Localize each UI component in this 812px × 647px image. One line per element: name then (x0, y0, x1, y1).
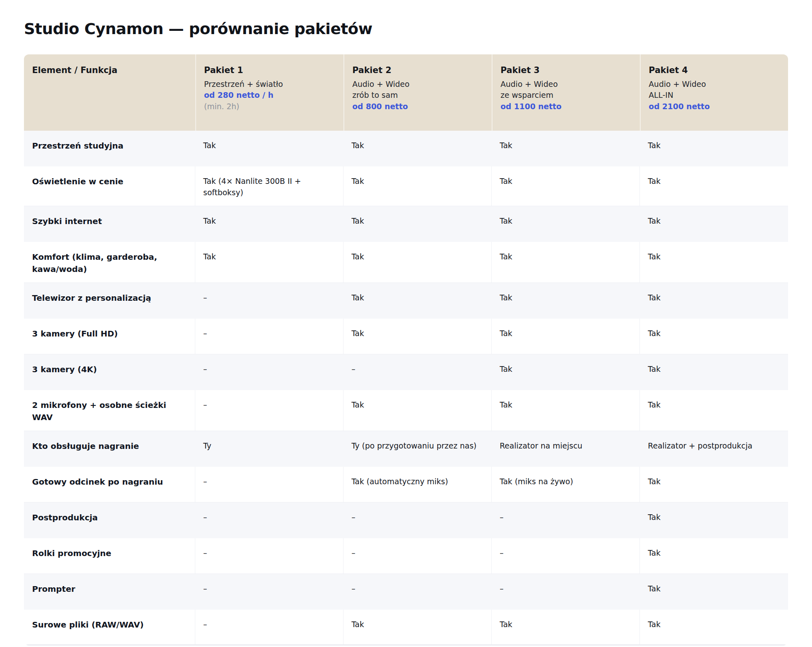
table-row: Surowe pliki (RAW/WAV)–TakTakTak (24, 610, 788, 645)
cell-value: Tak (492, 166, 640, 206)
cell-value: Tak (343, 131, 492, 166)
table-row: 3 kamery (4K)––TakTak (24, 354, 788, 390)
cell-value: Tak (640, 131, 788, 166)
cell-value: Tak (492, 354, 640, 390)
feature-label: Komfort (klima, garderoba, kawa/woda) (24, 242, 195, 283)
feature-label: Rolki promocyjne (24, 538, 195, 574)
cell-value: Tak (343, 166, 492, 206)
cell-value: Tak (492, 610, 640, 645)
page: Studio Cynamon — porównanie pakietów Ele… (0, 0, 812, 647)
page-title: Studio Cynamon — porównanie pakietów (24, 20, 788, 38)
cell-value: Tak (miks na żywo) (492, 467, 640, 503)
feature-column-header-label: Element / Funkcja (32, 65, 117, 75)
package-note: (min. 2h) (204, 101, 335, 112)
cell-value: Realizator na miejscu (492, 431, 640, 467)
feature-label: 3 kamery (Full HD) (24, 319, 195, 354)
package-subtitle: ALL-IN (649, 90, 779, 101)
cell-value: Tak (640, 206, 788, 242)
package-price: od 1100 netto (501, 101, 631, 112)
table-row: Telewizor z personalizacją–TakTakTak (24, 283, 788, 319)
cell-value: Tak (640, 574, 788, 610)
cell-value: – (343, 354, 492, 390)
cell-value: Tak (640, 538, 788, 574)
cell-value: Tak (640, 467, 788, 503)
table-row: Szybki internetTakTakTakTak (24, 206, 788, 242)
cell-value: Tak (automatyczny miks) (343, 467, 492, 503)
table-row: Rolki promocyjne–––Tak (24, 538, 788, 574)
table-row: Prompter–––Tak (24, 574, 788, 610)
package-subtitle: Audio + Wideo (649, 79, 779, 90)
package-subtitle: Audio + Wideo (501, 79, 631, 90)
feature-label: Oświetlenie w cenie (24, 166, 195, 206)
cell-value: – (195, 503, 343, 538)
package-name: Pakiet 4 (649, 65, 779, 75)
package-subtitle: Audio + Wideo (352, 79, 483, 90)
table-row: 2 mikrofony + osobne ścieżki WAV–TakTakT… (24, 390, 788, 431)
cell-value: Tak (343, 319, 492, 354)
feature-label: Telewizor z personalizacją (24, 283, 195, 319)
package-name: Pakiet 3 (501, 65, 631, 75)
cell-value: Tak (640, 283, 788, 319)
cell-value: Ty (po przygotowaniu przez nas) (343, 431, 492, 467)
package-comparison-table: Element / Funkcja Pakiet 1 Przestrzeń + … (24, 54, 788, 645)
cell-value: Tak (343, 610, 492, 645)
feature-label: Prompter (24, 574, 195, 610)
cell-value: Tak (195, 131, 343, 166)
package-2-header: Pakiet 2 Audio + Wideo zrób to sam od 80… (343, 54, 492, 131)
feature-column-header: Element / Funkcja (24, 54, 195, 131)
package-subtitle: ze wsparciem (501, 90, 631, 101)
feature-label: Postprodukcja (24, 503, 195, 538)
cell-value: Tak (4× Nanlite 300B II + softboksy) (195, 166, 343, 206)
feature-label: Szybki internet (24, 206, 195, 242)
cell-value: Tak (195, 242, 343, 283)
table-row: Kto obsługuje nagranieTyTy (po przygotow… (24, 431, 788, 467)
table-header: Element / Funkcja Pakiet 1 Przestrzeń + … (24, 54, 788, 131)
package-price: od 800 netto (352, 101, 483, 112)
table-body: Przestrzeń studyjnaTakTakTakTakOświetlen… (24, 131, 788, 645)
feature-label: Gotowy odcinek po nagraniu (24, 467, 195, 503)
cell-value: Tak (640, 166, 788, 206)
cell-value: Tak (492, 242, 640, 283)
cell-value: – (195, 283, 343, 319)
cell-value: – (195, 467, 343, 503)
feature-label: Przestrzeń studyjna (24, 131, 195, 166)
cell-value: – (492, 503, 640, 538)
cell-value: Tak (343, 283, 492, 319)
cell-value: Tak (343, 242, 492, 283)
feature-label: Surowe pliki (RAW/WAV) (24, 610, 195, 645)
cell-value: – (492, 538, 640, 574)
cell-value: Ty (195, 431, 343, 467)
cell-value: – (195, 354, 343, 390)
cell-value: Tak (640, 319, 788, 354)
cell-value: – (343, 574, 492, 610)
package-4-header: Pakiet 4 Audio + Wideo ALL-IN od 2100 ne… (640, 54, 788, 131)
cell-value: – (195, 319, 343, 354)
cell-value: Tak (492, 319, 640, 354)
cell-value: Tak (343, 206, 492, 242)
cell-value: – (195, 574, 343, 610)
cell-value: Tak (492, 390, 640, 431)
cell-value: – (343, 538, 492, 574)
feature-label: 3 kamery (4K) (24, 354, 195, 390)
cell-value: Tak (640, 354, 788, 390)
table-row: 3 kamery (Full HD)–TakTakTak (24, 319, 788, 354)
package-1-header: Pakiet 1 Przestrzeń + światło od 280 net… (195, 54, 343, 131)
package-price: od 280 netto / h (204, 90, 335, 101)
table-row: Postprodukcja–––Tak (24, 503, 788, 538)
cell-value: Tak (640, 503, 788, 538)
feature-label: 2 mikrofony + osobne ścieżki WAV (24, 390, 195, 431)
feature-label: Kto obsługuje nagranie (24, 431, 195, 467)
cell-value: Realizator + postprodukcja (640, 431, 788, 467)
cell-value: Tak (492, 283, 640, 319)
cell-value: – (492, 574, 640, 610)
package-3-header: Pakiet 3 Audio + Wideo ze wsparciem od 1… (492, 54, 640, 131)
package-price: od 2100 netto (649, 101, 779, 112)
package-subtitle: Przestrzeń + światło (204, 79, 335, 90)
table-row: Przestrzeń studyjnaTakTakTakTak (24, 131, 788, 166)
cell-value: – (343, 503, 492, 538)
table-row: Oświetlenie w cenieTak (4× Nanlite 300B … (24, 166, 788, 206)
cell-value: – (195, 538, 343, 574)
cell-value: Tak (640, 610, 788, 645)
package-subtitle: zrób to sam (352, 90, 483, 101)
cell-value: – (195, 390, 343, 431)
